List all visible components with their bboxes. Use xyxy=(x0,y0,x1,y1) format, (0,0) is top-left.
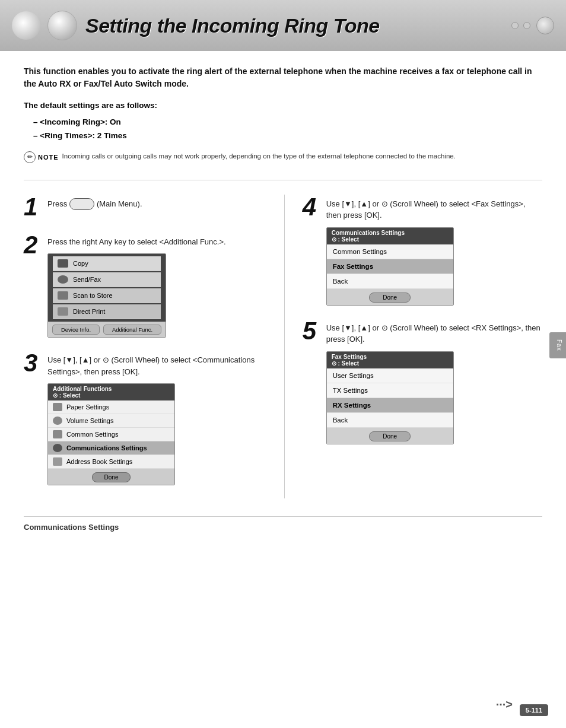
af-common-label: Common Settings xyxy=(66,431,118,438)
main-menu-button-sim xyxy=(69,198,94,211)
main-content: This function enables you to activate th… xyxy=(0,65,566,532)
step-4: 4 Use [▼], [▲] or ⊙ (Scroll Wheel) to se… xyxy=(303,195,542,306)
step-2: 2 Press the right Any key to select <Add… xyxy=(24,233,272,338)
send-label: Send/Fax xyxy=(73,276,101,283)
step-2-body: Press the right Any key to select <Addit… xyxy=(47,233,272,338)
af-item-address: Address Book Settings xyxy=(48,455,174,469)
af-header-title: Additional Functions xyxy=(53,386,112,392)
copy-screen: Copy Send/Fax Scan to Store xyxy=(48,254,166,322)
note-text: Incoming calls or outgoing calls may not… xyxy=(62,151,456,161)
step-1-body: Press (Main Menu). xyxy=(47,195,272,217)
fax-tx-label: TX Settings xyxy=(333,387,368,394)
comm-done-button[interactable]: Done xyxy=(369,293,411,303)
fax-back-label: Back xyxy=(333,417,348,424)
step-4-number: 4 xyxy=(303,195,326,220)
scan-icon xyxy=(58,291,68,300)
bottom-label: Communications Settings xyxy=(24,516,542,532)
direct-label: Direct Print xyxy=(73,308,105,315)
step-2-text: Press the right Any key to select <Addit… xyxy=(47,236,272,248)
page-number: 5-111 xyxy=(520,704,548,716)
af-done-button[interactable]: Done xyxy=(92,472,131,482)
comm-icon xyxy=(53,444,62,452)
step-2-number: 2 xyxy=(24,233,47,257)
fax-item-user: User Settings xyxy=(327,368,453,383)
copy-item-copy: Copy xyxy=(53,256,161,271)
scan-label: Scan to Store xyxy=(73,292,113,299)
step-3: 3 Use [▼], [▲] or ⊙ (Scroll Wheel) to se… xyxy=(24,351,272,485)
fax-menu-mockup: Fax Settings ⊙ : Select User Settings TX… xyxy=(326,351,454,444)
comm-item-common: Common Settings xyxy=(327,244,453,259)
step-3-number: 3 xyxy=(24,351,47,376)
note-label: NOTE xyxy=(38,154,59,161)
header-icon xyxy=(47,11,77,40)
bottom-comm-label: Communications Settings xyxy=(24,523,119,532)
copy-item-send: Send/Fax xyxy=(53,272,161,287)
step-5: 5 Use [▼], [▲] or ⊙ (Scroll Wheel) to se… xyxy=(303,319,542,444)
fax-done-button[interactable]: Done xyxy=(369,431,411,441)
step-5-text: Use [▼], [▲] or ⊙ (Scroll Wheel) to sele… xyxy=(326,322,542,345)
fax-user-label: User Settings xyxy=(333,372,374,379)
step-4-body: Use [▼], [▲] or ⊙ (Scroll Wheel) to sele… xyxy=(326,195,542,306)
address-icon xyxy=(53,457,62,466)
step-5-body: Use [▼], [▲] or ⊙ (Scroll Wheel) to sele… xyxy=(326,319,542,444)
comm-subheader: ⊙ : Select xyxy=(332,236,359,243)
af-item-common: Common Settings xyxy=(48,428,174,441)
divider xyxy=(24,180,542,180)
step-4-text: Use [▼], [▲] or ⊙ (Scroll Wheel) to sele… xyxy=(326,198,542,221)
step-3-body: Use [▼], [▲] or ⊙ (Scroll Wheel) to sele… xyxy=(47,351,272,485)
fax-body: User Settings TX Settings RX Settings Ba… xyxy=(327,368,453,428)
af-item-paper: Paper Settings xyxy=(48,400,174,414)
step-5-number: 5 xyxy=(303,319,326,344)
comm-header: Communications Settings ⊙ : Select xyxy=(327,228,453,244)
af-item-comm: Communications Settings xyxy=(48,441,174,455)
defaults-list: <Incoming Ring>: On <Ring Times>: 2 Time… xyxy=(24,116,542,143)
fax-footer: Done xyxy=(327,428,453,444)
af-footer: Done xyxy=(48,469,174,485)
comm-menu-mockup: Communications Settings ⊙ : Select Commo… xyxy=(326,227,454,306)
copy-menu-mockup: Copy Send/Fax Scan to Store xyxy=(47,253,166,338)
volume-icon xyxy=(53,417,62,425)
header-dots xyxy=(511,22,530,29)
fax-header-title: Fax Settings xyxy=(332,354,367,360)
note-block: ✏ NOTE Incoming calls or outgoing calls … xyxy=(24,151,542,163)
af-address-label: Address Book Settings xyxy=(66,458,132,465)
common-icon xyxy=(53,430,62,438)
af-header: Additional Functions ⊙ : Select xyxy=(48,384,174,400)
side-tab: Fax xyxy=(549,332,566,358)
copy-footer: Device Info. Additional Func. xyxy=(48,322,166,337)
af-item-volume: Volume Settings xyxy=(48,414,174,428)
send-icon xyxy=(58,275,68,284)
default-item-1: <Incoming Ring>: On xyxy=(24,116,542,129)
fax-subheader: ⊙ : Select xyxy=(332,360,359,367)
note-icon-wrap: ✏ NOTE xyxy=(24,151,59,163)
note-pencil-icon: ✏ xyxy=(24,151,36,163)
fax-item-rx: RX Settings xyxy=(327,398,453,413)
step-1: 1 Press (Main Menu). xyxy=(24,195,272,220)
af-paper-label: Paper Settings xyxy=(66,403,109,411)
fax-item-back: Back xyxy=(327,413,453,428)
additional-func-button[interactable]: Additional Func. xyxy=(103,325,161,335)
fax-item-tx: TX Settings xyxy=(327,383,453,398)
copy-label: Copy xyxy=(73,260,88,267)
intro-text: This function enables you to activate th… xyxy=(24,65,542,90)
device-info-button[interactable]: Device Info. xyxy=(52,325,100,335)
comm-body: Common Settings Fax Settings Back xyxy=(327,244,453,289)
defaults-heading: The default settings are as follows: xyxy=(24,101,542,110)
comm-fax-label: Fax Settings xyxy=(333,263,373,270)
arrow-dots: ···> xyxy=(496,698,513,711)
default-item-2: <Ring Times>: 2 Times xyxy=(24,129,542,143)
copy-item-direct: Direct Print xyxy=(53,304,161,319)
steps-container: 1 Press (Main Menu). 2 Press the right A… xyxy=(24,195,542,499)
header-circle xyxy=(536,17,554,34)
paper-icon xyxy=(53,403,62,411)
af-comm-label: Communications Settings xyxy=(66,444,147,452)
af-menu-mockup: Additional Functions ⊙ : Select Paper Se… xyxy=(47,383,175,485)
fax-rx-label: RX Settings xyxy=(333,402,371,409)
step-1-text: Press (Main Menu). xyxy=(47,198,272,211)
af-body: Paper Settings Volume Settings Common Se… xyxy=(48,400,174,469)
page-header: Setting the Incoming Ring Tone xyxy=(0,0,566,51)
copy-icon xyxy=(58,259,68,268)
right-column: 4 Use [▼], [▲] or ⊙ (Scroll Wheel) to se… xyxy=(285,195,542,499)
fax-header: Fax Settings ⊙ : Select xyxy=(327,352,453,368)
page-title: Setting the Incoming Ring Tone xyxy=(85,14,380,37)
